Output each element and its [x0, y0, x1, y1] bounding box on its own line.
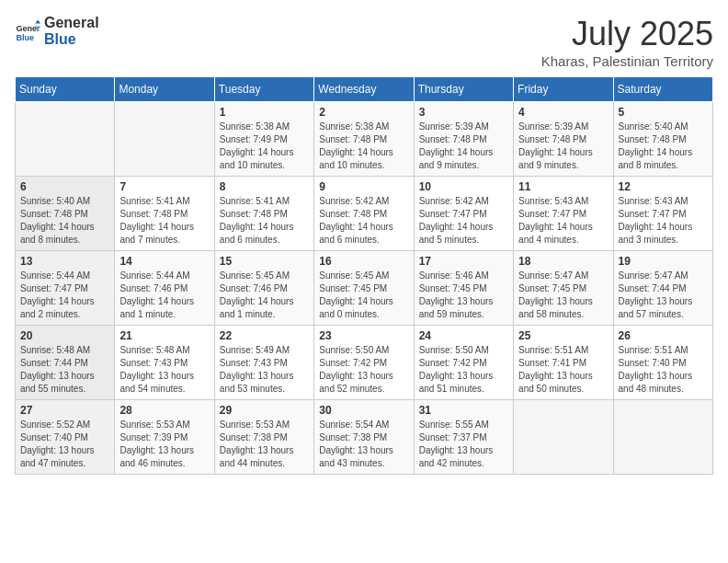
month-title: July 2025 — [541, 15, 713, 53]
day-info: Sunrise: 5:48 AM Sunset: 7:44 PM Dayligh… — [20, 344, 109, 396]
location-subtitle: Kharas, Palestinian Territory — [541, 53, 713, 69]
day-number: 16 — [319, 255, 408, 268]
calendar-cell: 13Sunrise: 5:44 AM Sunset: 7:47 PM Dayli… — [16, 251, 115, 326]
calendar-cell: 26Sunrise: 5:51 AM Sunset: 7:40 PM Dayli… — [613, 326, 712, 400]
calendar-cell: 22Sunrise: 5:49 AM Sunset: 7:43 PM Dayli… — [214, 326, 313, 400]
day-info: Sunrise: 5:47 AM Sunset: 7:44 PM Dayligh… — [619, 270, 708, 321]
day-number: 2 — [319, 106, 408, 119]
day-number: 3 — [419, 106, 508, 119]
day-number: 14 — [119, 255, 209, 268]
calendar-table: SundayMondayTuesdayWednesdayThursdayFrid… — [15, 76, 713, 475]
day-number: 31 — [419, 404, 508, 417]
day-info: Sunrise: 5:43 AM Sunset: 7:47 PM Dayligh… — [518, 195, 608, 247]
header-sunday: Sunday — [16, 77, 115, 102]
day-number: 4 — [518, 106, 608, 119]
calendar-week-row: 13Sunrise: 5:44 AM Sunset: 7:47 PM Dayli… — [16, 251, 713, 326]
day-number: 29 — [220, 404, 309, 417]
day-info: Sunrise: 5:51 AM Sunset: 7:41 PM Dayligh… — [518, 344, 608, 396]
day-number: 5 — [619, 106, 708, 119]
day-number: 18 — [518, 255, 608, 268]
calendar-cell: 15Sunrise: 5:45 AM Sunset: 7:46 PM Dayli… — [214, 251, 313, 326]
day-number: 21 — [119, 329, 209, 342]
day-info: Sunrise: 5:38 AM Sunset: 7:48 PM Dayligh… — [319, 121, 408, 172]
logo-line1: General — [44, 15, 99, 31]
day-info: Sunrise: 5:47 AM Sunset: 7:45 PM Dayligh… — [518, 270, 608, 321]
day-info: Sunrise: 5:46 AM Sunset: 7:45 PM Dayligh… — [419, 270, 508, 321]
day-number: 12 — [619, 180, 708, 193]
day-number: 9 — [319, 180, 408, 193]
calendar-week-row: 27Sunrise: 5:52 AM Sunset: 7:40 PM Dayli… — [16, 400, 713, 475]
calendar-cell: 30Sunrise: 5:54 AM Sunset: 7:38 PM Dayli… — [314, 400, 414, 475]
calendar-week-row: 6Sunrise: 5:40 AM Sunset: 7:48 PM Daylig… — [16, 177, 713, 251]
calendar-cell: 4Sunrise: 5:39 AM Sunset: 7:48 PM Daylig… — [514, 102, 613, 177]
calendar-cell — [514, 400, 613, 475]
day-info: Sunrise: 5:51 AM Sunset: 7:40 PM Dayligh… — [619, 344, 708, 396]
title-block: July 2025 Kharas, Palestinian Territory — [541, 15, 713, 69]
header-monday: Monday — [115, 77, 214, 102]
day-number: 10 — [419, 180, 508, 193]
calendar-cell — [115, 102, 214, 177]
logo-icon: General Blue — [15, 18, 40, 44]
day-info: Sunrise: 5:45 AM Sunset: 7:46 PM Dayligh… — [220, 270, 309, 321]
day-number: 25 — [518, 329, 608, 342]
day-number: 13 — [20, 255, 109, 268]
day-info: Sunrise: 5:40 AM Sunset: 7:48 PM Dayligh… — [20, 195, 109, 247]
calendar-cell: 31Sunrise: 5:55 AM Sunset: 7:37 PM Dayli… — [414, 400, 513, 475]
calendar-cell — [16, 102, 115, 177]
calendar-cell: 14Sunrise: 5:44 AM Sunset: 7:46 PM Dayli… — [115, 251, 214, 326]
calendar-cell: 17Sunrise: 5:46 AM Sunset: 7:45 PM Dayli… — [414, 251, 513, 326]
day-info: Sunrise: 5:41 AM Sunset: 7:48 PM Dayligh… — [119, 195, 209, 247]
calendar-cell: 23Sunrise: 5:50 AM Sunset: 7:42 PM Dayli… — [314, 326, 414, 400]
calendar-cell: 27Sunrise: 5:52 AM Sunset: 7:40 PM Dayli… — [16, 400, 115, 475]
day-info: Sunrise: 5:54 AM Sunset: 7:38 PM Dayligh… — [319, 419, 408, 470]
page-header: General Blue General Blue July 2025 Khar… — [15, 15, 713, 69]
day-info: Sunrise: 5:38 AM Sunset: 7:49 PM Dayligh… — [220, 121, 309, 172]
calendar-cell: 24Sunrise: 5:50 AM Sunset: 7:42 PM Dayli… — [414, 326, 513, 400]
day-number: 19 — [619, 255, 708, 268]
day-number: 17 — [419, 255, 508, 268]
calendar-cell: 10Sunrise: 5:42 AM Sunset: 7:47 PM Dayli… — [414, 177, 513, 251]
calendar-cell: 3Sunrise: 5:39 AM Sunset: 7:48 PM Daylig… — [414, 102, 513, 177]
calendar-cell: 20Sunrise: 5:48 AM Sunset: 7:44 PM Dayli… — [16, 326, 115, 400]
day-number: 7 — [119, 180, 209, 193]
day-number: 6 — [20, 180, 109, 193]
day-info: Sunrise: 5:39 AM Sunset: 7:48 PM Dayligh… — [518, 121, 608, 172]
header-friday: Friday — [514, 77, 613, 102]
day-info: Sunrise: 5:50 AM Sunset: 7:42 PM Dayligh… — [419, 344, 508, 396]
day-number: 11 — [518, 180, 608, 193]
svg-text:General: General — [16, 24, 40, 33]
calendar-cell: 16Sunrise: 5:45 AM Sunset: 7:45 PM Dayli… — [314, 251, 414, 326]
day-info: Sunrise: 5:48 AM Sunset: 7:43 PM Dayligh… — [119, 344, 209, 396]
calendar-cell: 25Sunrise: 5:51 AM Sunset: 7:41 PM Dayli… — [514, 326, 613, 400]
day-number: 15 — [220, 255, 309, 268]
calendar-week-row: 20Sunrise: 5:48 AM Sunset: 7:44 PM Dayli… — [16, 326, 713, 400]
day-number: 8 — [220, 180, 309, 193]
day-info: Sunrise: 5:53 AM Sunset: 7:38 PM Dayligh… — [220, 419, 309, 470]
day-info: Sunrise: 5:39 AM Sunset: 7:48 PM Dayligh… — [419, 121, 508, 172]
day-info: Sunrise: 5:42 AM Sunset: 7:47 PM Dayligh… — [419, 195, 508, 247]
header-wednesday: Wednesday — [314, 77, 414, 102]
calendar-cell: 29Sunrise: 5:53 AM Sunset: 7:38 PM Dayli… — [214, 400, 313, 475]
logo: General Blue General Blue — [15, 15, 99, 47]
calendar-cell: 18Sunrise: 5:47 AM Sunset: 7:45 PM Dayli… — [514, 251, 613, 326]
calendar-cell: 11Sunrise: 5:43 AM Sunset: 7:47 PM Dayli… — [514, 177, 613, 251]
calendar-cell: 7Sunrise: 5:41 AM Sunset: 7:48 PM Daylig… — [115, 177, 214, 251]
calendar-cell: 1Sunrise: 5:38 AM Sunset: 7:49 PM Daylig… — [214, 102, 313, 177]
day-info: Sunrise: 5:41 AM Sunset: 7:48 PM Dayligh… — [220, 195, 309, 247]
day-info: Sunrise: 5:52 AM Sunset: 7:40 PM Dayligh… — [20, 419, 109, 470]
day-info: Sunrise: 5:55 AM Sunset: 7:37 PM Dayligh… — [419, 419, 508, 470]
header-saturday: Saturday — [613, 77, 712, 102]
svg-marker-2 — [35, 19, 40, 23]
day-info: Sunrise: 5:42 AM Sunset: 7:48 PM Dayligh… — [319, 195, 408, 247]
calendar-cell: 21Sunrise: 5:48 AM Sunset: 7:43 PM Dayli… — [115, 326, 214, 400]
day-info: Sunrise: 5:44 AM Sunset: 7:46 PM Dayligh… — [119, 270, 209, 321]
day-info: Sunrise: 5:43 AM Sunset: 7:47 PM Dayligh… — [619, 195, 708, 247]
day-info: Sunrise: 5:44 AM Sunset: 7:47 PM Dayligh… — [20, 270, 109, 321]
day-number: 28 — [119, 404, 209, 417]
calendar-week-row: 1Sunrise: 5:38 AM Sunset: 7:49 PM Daylig… — [16, 102, 713, 177]
day-info: Sunrise: 5:53 AM Sunset: 7:39 PM Dayligh… — [119, 419, 209, 470]
day-number: 27 — [20, 404, 109, 417]
logo-line2: Blue — [44, 31, 99, 48]
calendar-cell: 12Sunrise: 5:43 AM Sunset: 7:47 PM Dayli… — [613, 177, 712, 251]
day-info: Sunrise: 5:45 AM Sunset: 7:45 PM Dayligh… — [319, 270, 408, 321]
